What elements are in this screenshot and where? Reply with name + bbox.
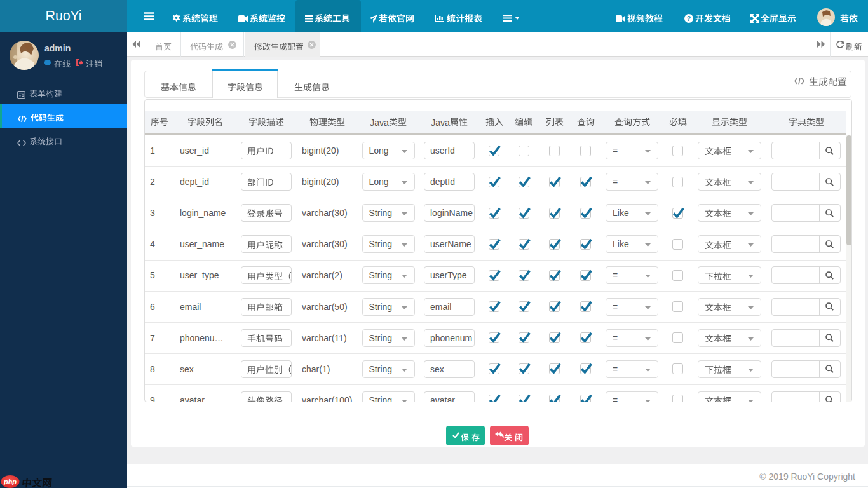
svg-text:?: ? [687,15,691,22]
svg-text:php: php [3,478,17,485]
